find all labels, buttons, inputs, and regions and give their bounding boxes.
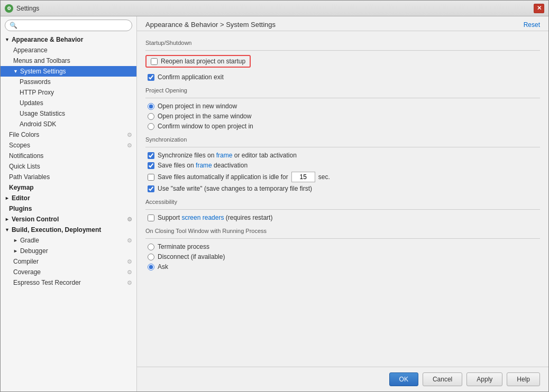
close-button[interactable]: ✕ <box>534 4 544 13</box>
sidebar-item-editor[interactable]: ► Editor <box>1 193 136 203</box>
save-deactivation-checkbox[interactable] <box>148 162 154 169</box>
sidebar-item-label: Appearance <box>13 46 48 54</box>
screen-readers-label: Support screen readers (requires restart… <box>158 214 272 221</box>
open-new-window-row: Open project in new window <box>145 102 540 110</box>
sidebar-item-label: Debugger <box>20 247 48 255</box>
terminate-process-row: Terminate process <box>145 243 540 250</box>
reopen-last-project-label: Reopen last project on startup <box>161 58 245 65</box>
sidebar-item-label: System Settings <box>20 68 66 75</box>
sidebar-item-label: Keymap <box>9 184 34 191</box>
sidebar-item-plugins[interactable]: Plugins <box>1 203 136 214</box>
sidebar-item-notifications[interactable]: Notifications <box>1 151 136 161</box>
screen-readers-row: Support screen readers (requires restart… <box>145 214 540 221</box>
sidebar-item-passwords[interactable]: Passwords <box>1 77 136 87</box>
sidebar-item-version-control[interactable]: ► Version Control ⚙ <box>1 214 136 225</box>
project-opening-section: Project Opening Open project in new wind… <box>145 87 540 130</box>
sidebar-item-gradle[interactable]: ► Gradle ⚙ <box>1 235 136 246</box>
bottom-bar: OK Cancel Apply Help <box>137 367 548 391</box>
idle-timeout-input[interactable] <box>291 172 315 182</box>
sidebar-item-label: Path Variables <box>9 173 50 181</box>
gear-icon: ⚙ <box>127 142 132 149</box>
confirm-exit-checkbox[interactable] <box>148 74 154 81</box>
sidebar-item-scopes[interactable]: Scopes ⚙ <box>1 140 136 151</box>
help-button[interactable]: Help <box>507 372 540 386</box>
confirm-exit-row: Confirm application exit <box>145 73 540 81</box>
terminate-process-radio[interactable] <box>148 244 154 250</box>
gear-icon: ⚙ <box>127 237 132 244</box>
sidebar-item-label: Coverage <box>13 268 41 276</box>
ok-button[interactable]: OK <box>389 372 418 386</box>
expand-icon: ▼ <box>5 227 10 232</box>
sidebar-item-updates[interactable]: Updates <box>1 98 136 108</box>
disconnect-row: Disconnect (if available) <box>145 253 540 260</box>
reset-link[interactable]: Reset <box>524 21 540 29</box>
sidebar-item-path-variables[interactable]: Path Variables <box>1 172 136 182</box>
settings-window: ⚙ Settings ✕ 🔍 ▼ Appearance & Behavior A… <box>0 0 549 392</box>
save-idle-checkbox[interactable] <box>148 174 154 181</box>
sidebar-group-label: Appearance & Behavior <box>12 36 83 43</box>
safe-write-row: Use "safe write" (save changes to a temp… <box>145 185 540 192</box>
sidebar-item-http-proxy[interactable]: HTTP Proxy <box>1 87 136 98</box>
ask-label: Ask <box>158 263 168 270</box>
open-same-window-radio[interactable] <box>148 113 154 120</box>
sidebar-item-quick-lists[interactable]: Quick Lists <box>1 161 136 172</box>
sidebar-item-label: Usage Statistics <box>20 110 65 117</box>
startup-shutdown-section: Startup/Shutdown Reopen last project on … <box>145 40 540 81</box>
open-new-window-label: Open project in new window <box>158 102 237 110</box>
sidebar-item-label: File Colors <box>9 131 39 138</box>
save-deactivation-label: Save files on frame deactivation <box>158 162 248 169</box>
accessibility-label: Accessibility <box>145 199 540 205</box>
sync-files-checkbox[interactable] <box>148 152 154 159</box>
apply-button[interactable]: Apply <box>466 372 502 386</box>
sidebar-item-file-colors[interactable]: File Colors ⚙ <box>1 129 136 140</box>
confirm-window-radio[interactable] <box>148 123 154 130</box>
gear-icon: ⚙ <box>127 132 132 138</box>
confirm-exit-label: Confirm application exit <box>158 73 224 81</box>
ask-row: Ask <box>145 263 540 270</box>
sidebar-group-appearance-behavior[interactable]: ▼ Appearance & Behavior <box>1 34 136 45</box>
sidebar-group-build[interactable]: ▼ Build, Execution, Deployment <box>1 225 136 235</box>
sidebar-item-usage-statistics[interactable]: Usage Statistics <box>1 108 136 119</box>
sidebar-item-menus-toolbars[interactable]: Menus and Toolbars <box>1 55 136 66</box>
title-bar: ⚙ Settings ✕ <box>1 1 548 16</box>
divider <box>145 98 540 98</box>
sidebar-item-coverage[interactable]: Coverage ⚙ <box>1 267 136 277</box>
search-box[interactable]: 🔍 <box>5 20 132 31</box>
open-new-window-radio[interactable] <box>148 103 154 110</box>
sidebar-item-label: HTTP Proxy <box>20 89 54 96</box>
project-opening-label: Project Opening <box>145 87 540 94</box>
sidebar-item-espresso[interactable]: Espresso Test Recorder ⚙ <box>1 277 136 288</box>
search-input[interactable] <box>20 22 127 29</box>
ask-radio[interactable] <box>148 264 154 270</box>
sidebar-item-keymap[interactable]: Keymap <box>1 182 136 193</box>
gear-icon: ⚙ <box>127 258 132 265</box>
cancel-button[interactable]: Cancel <box>423 372 462 386</box>
sidebar-item-label: Espresso Test Recorder <box>13 279 81 286</box>
search-icon: 🔍 <box>10 22 17 29</box>
expand-icon: ► <box>5 217 10 222</box>
terminate-process-label: Terminate process <box>158 243 209 250</box>
on-closing-section: On Closing Tool Window with Running Proc… <box>145 228 540 270</box>
sidebar-item-label: Notifications <box>9 152 43 160</box>
screen-readers-checkbox[interactable] <box>148 214 154 221</box>
sidebar-item-label: Menus and Toolbars <box>13 57 70 64</box>
safe-write-checkbox[interactable] <box>148 185 154 192</box>
sidebar-item-compiler[interactable]: Compiler ⚙ <box>1 256 136 267</box>
save-idle-row: Save files automatically if application … <box>145 172 540 182</box>
sidebar-item-label: Plugins <box>9 205 32 212</box>
window-title: Settings <box>16 5 534 12</box>
expand-icon: ► <box>13 248 18 254</box>
main-content-area: 🔍 ▼ Appearance & Behavior Appearance Men… <box>1 16 548 391</box>
sidebar-item-label: Editor <box>12 194 30 202</box>
save-idle-label: Save files automatically if application … <box>158 173 288 181</box>
sidebar-item-label: Passwords <box>20 78 51 86</box>
disconnect-radio[interactable] <box>148 254 154 260</box>
sidebar-item-debugger[interactable]: ► Debugger <box>1 246 136 256</box>
sidebar-item-system-settings[interactable]: ▼ System Settings <box>1 66 136 77</box>
app-icon: ⚙ <box>5 4 13 13</box>
reopen-last-project-checkbox[interactable] <box>151 58 158 65</box>
open-same-window-label: Open project in the same window <box>158 113 251 120</box>
sidebar-item-appearance[interactable]: Appearance <box>1 45 136 55</box>
sidebar-item-android-sdk[interactable]: Android SDK <box>1 119 136 129</box>
divider <box>145 147 540 147</box>
